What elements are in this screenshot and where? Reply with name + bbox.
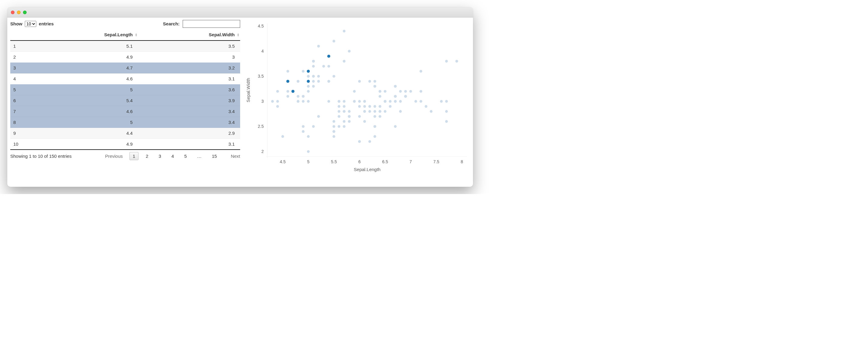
data-point[interactable] [394, 100, 397, 103]
page-number[interactable]: 1 [129, 152, 138, 160]
data-point[interactable] [276, 100, 279, 103]
data-point[interactable] [409, 90, 412, 93]
data-point[interactable] [404, 95, 407, 98]
data-point[interactable] [271, 100, 274, 103]
data-point[interactable] [373, 115, 376, 118]
data-point[interactable] [302, 125, 305, 128]
data-point[interactable] [420, 100, 422, 103]
data-point[interactable] [425, 105, 427, 107]
data-point[interactable] [348, 110, 350, 113]
data-point[interactable] [317, 45, 320, 47]
data-point[interactable] [368, 80, 371, 83]
data-point[interactable] [363, 105, 366, 107]
table-row[interactable]: 553.6 [10, 84, 240, 95]
data-point[interactable] [440, 100, 443, 103]
data-point[interactable] [338, 100, 340, 103]
data-point[interactable] [297, 100, 300, 103]
data-point[interactable] [368, 105, 371, 107]
data-point[interactable] [384, 110, 386, 113]
data-point[interactable] [358, 80, 361, 83]
data-point[interactable] [384, 90, 386, 93]
col-header-sepal-length[interactable]: Sepal.Length ▲▼ [28, 29, 138, 40]
data-point[interactable] [328, 80, 330, 83]
data-point[interactable] [399, 100, 402, 103]
data-point[interactable] [430, 110, 433, 113]
data-point[interactable] [373, 85, 376, 88]
data-point[interactable] [307, 85, 310, 88]
data-point-selected[interactable] [291, 90, 294, 93]
table-row[interactable]: 24.93 [10, 52, 240, 63]
data-point[interactable] [363, 120, 366, 123]
data-point[interactable] [343, 100, 345, 103]
data-point[interactable] [307, 90, 310, 93]
data-point[interactable] [420, 70, 422, 72]
data-point[interactable] [379, 90, 381, 93]
data-point[interactable] [343, 60, 345, 63]
data-point[interactable] [445, 100, 448, 103]
scatter-plot[interactable]: 22.533.544.54.555.566.577.58Sepal.Length… [243, 18, 473, 175]
data-point[interactable] [379, 95, 381, 98]
data-point[interactable] [394, 125, 397, 128]
data-point[interactable] [333, 130, 335, 133]
data-point[interactable] [445, 60, 448, 63]
data-point-selected[interactable] [327, 55, 330, 58]
data-point[interactable] [312, 60, 315, 63]
data-point[interactable] [302, 70, 305, 72]
page-number[interactable]: 2 [143, 152, 151, 160]
data-point[interactable] [307, 150, 310, 153]
data-point[interactable] [343, 120, 345, 123]
data-point[interactable] [338, 105, 340, 107]
table-row[interactable]: 65.43.9 [10, 95, 240, 106]
data-point[interactable] [384, 100, 386, 103]
data-point[interactable] [363, 100, 366, 103]
page-number[interactable]: 5 [181, 152, 190, 160]
length-select[interactable]: 10 [25, 21, 36, 27]
data-point-selected[interactable] [307, 70, 310, 73]
data-point[interactable] [348, 115, 350, 118]
data-point[interactable] [317, 75, 320, 78]
data-point[interactable] [307, 135, 310, 138]
data-point[interactable] [333, 40, 335, 43]
data-point[interactable] [445, 110, 448, 113]
data-point[interactable] [373, 80, 376, 83]
data-point[interactable] [379, 110, 381, 113]
data-point[interactable] [389, 100, 392, 103]
data-point[interactable] [317, 80, 320, 83]
data-point[interactable] [281, 135, 284, 138]
col-header-index[interactable] [10, 29, 28, 40]
data-point[interactable] [379, 115, 381, 118]
data-point[interactable] [343, 30, 345, 32]
data-point[interactable] [343, 125, 345, 128]
data-point[interactable] [307, 100, 310, 103]
data-point[interactable] [328, 100, 330, 103]
page-number[interactable]: 3 [155, 152, 164, 160]
data-point[interactable] [322, 65, 325, 68]
prev-button[interactable]: Previous [105, 154, 123, 159]
data-point[interactable] [348, 120, 350, 123]
data-point[interactable] [394, 95, 397, 98]
data-point[interactable] [368, 140, 371, 143]
table-row[interactable]: 34.73.2 [10, 63, 240, 73]
data-point[interactable] [286, 95, 289, 98]
data-point[interactable] [302, 100, 305, 103]
data-point[interactable] [358, 100, 361, 103]
window-zoom-button[interactable] [23, 10, 27, 14]
data-point[interactable] [348, 50, 350, 53]
data-point[interactable] [286, 90, 289, 93]
table-row[interactable]: 44.63.1 [10, 73, 240, 84]
data-point[interactable] [373, 110, 376, 113]
data-point[interactable] [276, 90, 279, 93]
data-point[interactable] [333, 125, 335, 128]
data-point[interactable] [338, 125, 340, 128]
data-point[interactable] [312, 75, 315, 78]
data-point[interactable] [302, 95, 305, 98]
table-row[interactable]: 104.93.1 [10, 139, 240, 150]
data-point[interactable] [399, 110, 402, 113]
data-point[interactable] [420, 90, 422, 93]
data-point[interactable] [358, 105, 361, 107]
data-point[interactable] [389, 105, 392, 107]
data-point[interactable] [456, 60, 458, 63]
data-point-selected[interactable] [286, 80, 289, 83]
data-point[interactable] [373, 135, 376, 138]
data-point[interactable] [302, 130, 305, 133]
